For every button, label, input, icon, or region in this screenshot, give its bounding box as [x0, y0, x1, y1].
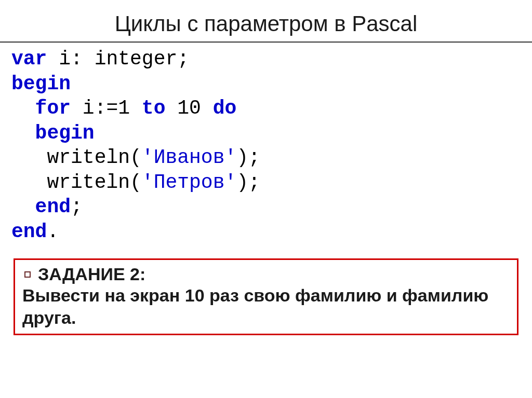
- code-line-4: begin: [11, 121, 521, 146]
- string-literal: 'Иванов': [142, 146, 236, 169]
- code-line-2: begin: [11, 72, 521, 97]
- code-line-3: for i:=1 to 10 do: [11, 96, 521, 121]
- code-indent: [11, 97, 35, 119]
- task-label: ЗАДАНИЕ 2:: [38, 264, 145, 284]
- code-text: 10: [165, 97, 212, 119]
- task-box: ЗАДАНИЕ 2: Вывести на экран 10 раз свою …: [14, 258, 518, 335]
- code-line-8: end.: [11, 219, 521, 244]
- kw-to: to: [142, 97, 166, 119]
- bullet-square-icon: [24, 271, 31, 278]
- code-block: var i: integer; begin for i:=1 to 10 do …: [0, 42, 532, 253]
- code-text: writeln(: [11, 171, 142, 194]
- kw-begin: begin: [11, 73, 71, 95]
- code-text: i: integer;: [47, 48, 189, 70]
- kw-for: for: [35, 97, 71, 119]
- kw-var: var: [11, 48, 47, 70]
- code-text: writeln(: [11, 146, 142, 169]
- code-text: .: [47, 221, 59, 243]
- kw-do: do: [213, 97, 237, 119]
- code-text: i:=1: [71, 97, 142, 119]
- task-body: Вывести на экран 10 раз свою фамилию и ф…: [22, 284, 510, 328]
- string-literal: 'Петров': [142, 171, 236, 194]
- task-header: ЗАДАНИЕ 2:: [22, 264, 510, 284]
- kw-end-inner: end: [35, 196, 71, 218]
- code-text: );: [236, 146, 260, 169]
- kw-end: end: [11, 221, 47, 243]
- code-line-7: end;: [11, 195, 521, 219]
- code-text: );: [236, 171, 260, 194]
- kw-begin-inner: begin: [35, 122, 95, 144]
- code-line-6: writeln('Петров');: [11, 170, 521, 195]
- code-text: ;: [71, 196, 83, 218]
- code-indent: [11, 196, 35, 218]
- code-line-1: var i: integer;: [11, 47, 521, 72]
- slide-title: Циклы с параметром в Pascal: [0, 0, 532, 42]
- code-line-5: writeln('Иванов');: [11, 145, 521, 170]
- code-indent: [11, 122, 35, 144]
